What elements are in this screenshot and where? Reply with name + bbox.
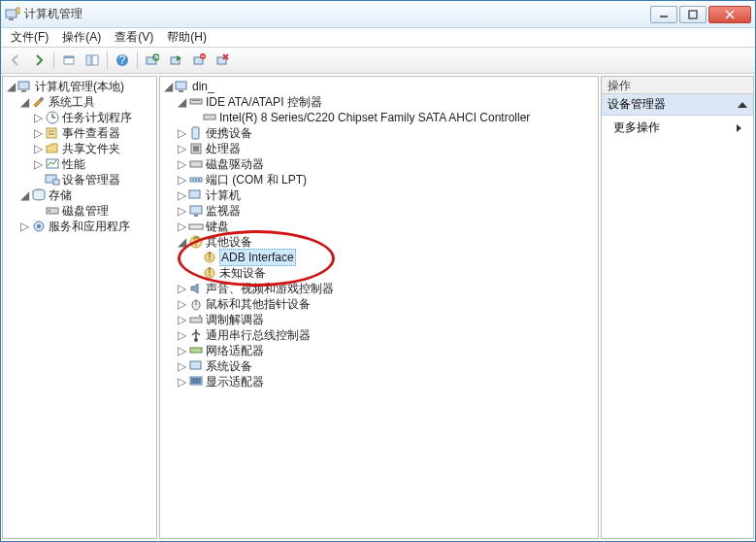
device-other[interactable]: ◢?其他设备	[162, 234, 596, 250]
svg-point-36	[49, 210, 50, 212]
collapse-icon[interactable]: ◢	[176, 236, 187, 248]
toolbar-separator-2	[107, 51, 108, 69]
device-modems[interactable]: ▷调制解调器	[162, 312, 596, 327]
menu-view[interactable]: 查看(V)	[109, 27, 159, 48]
collapse-icon[interactable]: ◢	[176, 96, 187, 108]
disable-icon[interactable]	[188, 50, 210, 71]
back-button[interactable]	[5, 50, 26, 71]
device-sound[interactable]: ▷声音、视频和游戏控制器	[162, 281, 596, 296]
expand-icon[interactable]: ▷	[176, 329, 187, 341]
tree-label: 网络适配器	[206, 343, 264, 358]
tree-task-scheduler[interactable]: ▷ 任务计划程序	[5, 110, 154, 125]
expand-icon[interactable]: ▷	[176, 220, 187, 232]
device-tree[interactable]: ◢ din_ ◢ IDE ATA/ATAPI 控制器 ▷ Intel(R) 8 …	[160, 77, 598, 391]
services-icon	[31, 219, 47, 234]
device-disk-drives[interactable]: ▷磁盘驱动器	[162, 156, 596, 172]
expand-icon[interactable]: ▷	[176, 314, 187, 325]
help-button[interactable]: ?	[112, 50, 133, 71]
collapse-icon[interactable]: ◢	[18, 96, 30, 108]
expand-icon[interactable]: ▷	[176, 127, 187, 139]
uninstall-icon[interactable]	[212, 50, 233, 71]
device-usb[interactable]: ▷通用串行总线控制器	[162, 327, 596, 343]
device-monitors[interactable]: ▷监视器	[162, 203, 596, 219]
svg-point-49	[192, 179, 194, 181]
port-icon	[188, 172, 204, 187]
expand-icon[interactable]: ▷	[176, 205, 187, 217]
modem-icon	[188, 312, 204, 327]
show-hide-tree-button[interactable]	[82, 50, 103, 71]
menu-file[interactable]: 文件(F)	[5, 27, 54, 48]
device-keyboards[interactable]: ▷键盘	[162, 219, 596, 234]
tree-system-tools[interactable]: ◢ 系统工具	[5, 94, 154, 110]
minimize-button[interactable]	[650, 6, 677, 23]
device-ide-child[interactable]: ▷ Intel(R) 8 Series/C220 Chipset Family …	[162, 110, 596, 125]
event-icon	[45, 125, 60, 141]
scan-icon[interactable]	[142, 50, 163, 71]
tree-performance[interactable]: ▷ 性能	[5, 156, 154, 172]
svg-rect-35	[47, 208, 58, 214]
device-computer[interactable]: ▷计算机	[162, 187, 596, 203]
svg-rect-44	[192, 127, 199, 139]
expand-icon[interactable]: ▷	[176, 174, 187, 186]
display-icon	[188, 374, 204, 390]
svg-rect-55	[189, 224, 203, 229]
enable-icon[interactable]	[165, 50, 186, 71]
collapse-icon[interactable]: ◢	[5, 81, 16, 92]
expand-icon[interactable]: ▷	[18, 220, 30, 232]
ide-icon	[188, 94, 204, 110]
menu-action[interactable]: 操作(A)	[56, 27, 107, 48]
device-other-unknown[interactable]: ▷!未知设备	[162, 265, 596, 281]
svg-text:!: !	[208, 265, 211, 279]
expand-icon[interactable]: ▷	[32, 127, 44, 139]
expand-icon[interactable]: ▷	[176, 376, 187, 388]
device-network[interactable]: ▷网络适配器	[162, 343, 596, 358]
expand-icon[interactable]: ▷	[32, 143, 44, 154]
actions-category[interactable]: 设备管理器	[602, 94, 753, 116]
console-tree[interactable]: ◢ 计算机管理(本地) ◢ 系统工具 ▷ 任务计划程序 ▷ 事件	[3, 77, 156, 236]
maximize-button[interactable]	[679, 6, 707, 23]
tree-device-manager[interactable]: ▷ 设备管理器	[5, 172, 154, 187]
tree-disk-management[interactable]: ▷ 磁盘管理	[5, 203, 154, 219]
device-processors[interactable]: ▷处理器	[162, 141, 596, 156]
storage-icon	[31, 187, 47, 203]
device-ports[interactable]: ▷端口 (COM 和 LPT)	[162, 172, 596, 187]
tree-root-computer-management[interactable]: ◢ 计算机管理(本地)	[5, 79, 154, 94]
tree-storage[interactable]: ◢ 存储	[5, 187, 154, 203]
tree-label: 键盘	[206, 219, 229, 234]
actions-more[interactable]: 更多操作	[602, 116, 753, 140]
menu-help[interactable]: 帮助(H)	[161, 27, 213, 48]
device-mouse[interactable]: ▷鼠标和其他指针设备	[162, 296, 596, 312]
expand-icon[interactable]: ▷	[176, 345, 187, 356]
folder-icon	[45, 141, 60, 156]
up-button[interactable]	[58, 50, 80, 71]
svg-point-38	[37, 224, 41, 228]
device-root[interactable]: ◢ din_	[162, 79, 596, 94]
tree-services[interactable]: ▷ 服务和应用程序	[5, 219, 154, 234]
device-system[interactable]: ▷系统设备	[162, 358, 596, 374]
expand-icon[interactable]: ▷	[176, 298, 187, 310]
expand-icon[interactable]: ▷	[32, 158, 44, 170]
device-ide[interactable]: ◢ IDE ATA/ATAPI 控制器	[162, 94, 596, 110]
device-other-adb[interactable]: ▷!ADB Interface	[162, 250, 596, 265]
svg-text:?: ?	[193, 235, 200, 249]
forward-button[interactable]	[28, 50, 49, 71]
tree-event-viewer[interactable]: ▷ 事件查看器	[5, 125, 154, 141]
expand-icon[interactable]: ▷	[176, 143, 187, 154]
expand-icon[interactable]: ▷	[176, 283, 187, 294]
device-portable[interactable]: ▷便携设备	[162, 125, 596, 141]
tree-label: 磁盘驱动器	[206, 156, 264, 172]
tree-label: 事件查看器	[62, 125, 120, 141]
expand-icon[interactable]: ▷	[176, 189, 187, 201]
expand-icon[interactable]: ▷	[176, 360, 187, 372]
close-button[interactable]	[708, 6, 751, 23]
tree-label: 鼠标和其他指针设备	[206, 296, 311, 312]
toolbar-separator-3	[137, 51, 138, 69]
collapse-icon[interactable]: ◢	[18, 189, 30, 201]
expand-icon[interactable]: ▷	[176, 158, 187, 170]
svg-rect-1	[9, 18, 14, 20]
device-display[interactable]: ▷显示适配器	[162, 374, 596, 390]
expand-icon[interactable]: ▷	[32, 112, 44, 123]
tree-shared-folders[interactable]: ▷ 共享文件夹	[5, 141, 154, 156]
performance-icon	[45, 156, 60, 172]
collapse-icon[interactable]: ◢	[162, 81, 174, 92]
